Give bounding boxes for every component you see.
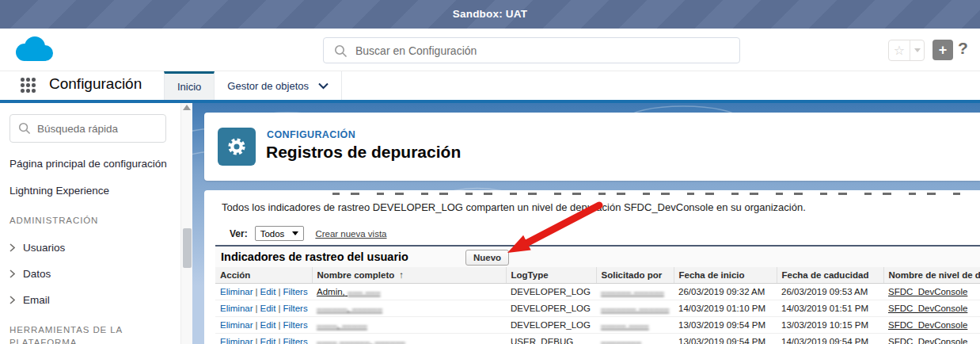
logtype-cell: DEVELOPER_LOG <box>506 317 596 334</box>
app-title: Configuración <box>49 75 142 93</box>
column-header-fecha-caducidad[interactable]: Fecha de caducidad <box>777 267 883 284</box>
scrollbar-thumb[interactable] <box>183 228 192 268</box>
start-date-cell: 14/03/2019 01:10 PM <box>674 300 777 317</box>
edit-link[interactable]: Edit <box>260 337 276 344</box>
search-icon <box>18 122 31 138</box>
page-description: Todos los indicadores de rastreo DEVELOP… <box>222 201 963 213</box>
edit-link[interactable]: Edit <box>260 287 276 296</box>
main-content: CONFIGURACIÓN Registros de depuración To… <box>192 103 980 344</box>
select-caret-icon <box>292 231 298 235</box>
table-row: Eliminar|Edit|Filters –––– ––––––, –––––… <box>215 334 980 344</box>
vertical-scrollbar[interactable] <box>180 103 192 344</box>
user-name-link[interactable]: –––– ––––––, –––––– <box>317 337 405 344</box>
tab-inicio[interactable]: Inicio <box>164 71 215 100</box>
column-header-solicitado-por[interactable]: Solicitado por <box>596 267 674 284</box>
action-separator: | <box>278 337 280 344</box>
action-separator: | <box>256 320 258 330</box>
list-title: Indicadores de rastreo del usuario <box>215 250 408 263</box>
redacted-name: ––––––, –––––– <box>317 304 382 313</box>
favorite-star-icon[interactable]: ☆ <box>889 40 910 60</box>
sidebar-section-herramientas: HERRAMIENTAS DE LA PLATAFORMA <box>9 323 156 344</box>
sidebar-item-lightning-experience[interactable]: Lightning Experience <box>9 185 171 197</box>
eliminar-link[interactable]: Eliminar <box>220 337 253 344</box>
start-date-cell: 13/03/2019 09:54 PM <box>674 334 777 344</box>
debug-level-link[interactable]: SFDC_DevConsole <box>888 304 967 313</box>
sidebar-item-datos[interactable]: Datos <box>9 268 171 280</box>
column-label: Nombre completo <box>317 270 395 280</box>
trace-flag-table: Acción Nombre completo↑ LogType Solicita… <box>215 267 980 344</box>
create-new-view-link[interactable]: Crear nueva vista <box>315 229 386 239</box>
name-visible: Admin, <box>317 287 345 296</box>
column-header-fecha-inicio[interactable]: Fecha de inicio <box>674 267 777 284</box>
filters-link[interactable]: Filters <box>283 337 307 344</box>
list-header-bar: Indicadores de rastreo del usuario Nuevo <box>215 245 980 267</box>
debug-level-link[interactable]: SFDC_DevConsole <box>888 337 967 344</box>
redacted-name: –––– ––––––, –––––– <box>317 337 405 344</box>
requested-by-link[interactable]: ––––––– –––––– <box>601 304 669 313</box>
start-date-cell: 13/03/2019 09:54 PM <box>674 317 777 334</box>
global-search-input[interactable] <box>324 38 739 63</box>
logtype-cell: USER_DEBUG <box>506 334 596 344</box>
view-select[interactable]: Todos <box>255 226 305 241</box>
filters-link[interactable]: Filters <box>283 320 307 330</box>
setup-sidebar: Página principal de configuración Lightn… <box>0 103 180 344</box>
eliminar-link[interactable]: Eliminar <box>220 320 253 330</box>
table-row: Eliminar|Edit|Filters ––––, ––––– DEVELO… <box>215 317 980 334</box>
column-header-logtype[interactable]: LogType <box>506 267 596 284</box>
help-icon[interactable]: ? <box>958 39 968 58</box>
column-header-nivel-depuracion[interactable]: Nombre de nivel de de <box>883 267 980 284</box>
filters-link[interactable]: Filters <box>283 287 307 296</box>
requested-by-link[interactable]: ––––– –––– <box>601 320 649 330</box>
expiry-date-cell: 13/03/2019 10:15 PM <box>777 317 883 334</box>
sandbox-banner: Sandbox: UAT <box>0 0 980 29</box>
view-select-value: Todos <box>260 229 285 239</box>
sidebar-item-usuarios[interactable]: Usuarios <box>9 242 171 254</box>
action-separator: | <box>256 337 258 344</box>
scroll-up-icon[interactable] <box>183 105 191 110</box>
quick-find-input[interactable] <box>10 115 165 142</box>
debug-level-link[interactable]: SFDC_DevConsole <box>888 320 967 330</box>
eliminar-link[interactable]: Eliminar <box>220 304 253 313</box>
table-row: Eliminar|Edit|Filters Admin, ––– ––– DEV… <box>215 284 980 300</box>
requested-by-link[interactable]: –––––––– <box>601 337 641 344</box>
breadcrumb: CONFIGURACIÓN <box>267 129 355 140</box>
table-row: Eliminar|Edit|Filters ––––––, –––––– DEV… <box>215 300 980 317</box>
requested-by-link[interactable]: –––––– –––––– <box>601 287 664 296</box>
setup-gear-icon <box>218 128 256 166</box>
user-name-link[interactable]: Admin, ––– ––– <box>317 287 381 296</box>
favorites-dropdown-icon[interactable] <box>910 40 924 60</box>
redacted-name: ––– ––– <box>348 287 381 296</box>
salesforce-logo-icon <box>13 35 55 68</box>
eliminar-link[interactable]: Eliminar <box>220 287 253 296</box>
table-header-row: Acción Nombre completo↑ LogType Solicita… <box>215 267 980 284</box>
sidebar-item-setup-home[interactable]: Página principal de configuración <box>9 158 171 170</box>
app-launcher-icon[interactable] <box>21 78 36 93</box>
logtype-cell: DEVELOPER_LOG <box>506 300 596 317</box>
content-panel: Todos los indicadores de rastreo DEVELOP… <box>204 190 980 344</box>
logtype-cell: DEVELOPER_LOG <box>506 284 596 300</box>
expiry-date-cell: 14/03/2019 01:51 PM <box>777 300 883 317</box>
global-search <box>323 37 740 63</box>
user-name-link[interactable]: ––––, ––––– <box>317 320 367 330</box>
clipped-text-line <box>332 193 968 195</box>
tab-label: Inicio <box>177 81 201 93</box>
tab-label: Gestor de objetos <box>227 80 309 92</box>
column-header-nombre-completo[interactable]: Nombre completo↑ <box>312 267 506 284</box>
nav-tabs: Inicio Gestor de objetos <box>164 71 342 100</box>
edit-link[interactable]: Edit <box>260 304 276 313</box>
new-button[interactable]: Nuevo <box>465 250 509 266</box>
action-separator: | <box>278 304 280 313</box>
sort-asc-icon: ↑ <box>399 270 404 280</box>
debug-level-link[interactable]: SFDC_DevConsole <box>888 287 967 296</box>
action-separator: | <box>256 304 258 313</box>
filters-link[interactable]: Filters <box>283 304 307 313</box>
edit-link[interactable]: Edit <box>260 320 276 330</box>
quick-create-button[interactable]: + <box>933 40 953 60</box>
view-selector-row: Ver: Todos Crear nueva vista <box>230 226 980 241</box>
sidebar-item-email[interactable]: Email <box>9 294 171 306</box>
action-separator: | <box>278 320 280 330</box>
user-name-link[interactable]: ––––––, –––––– <box>317 304 382 313</box>
sidebar-item-label: Email <box>23 294 50 306</box>
tab-gestor-de-objetos[interactable]: Gestor de objetos <box>215 71 342 100</box>
view-label: Ver: <box>230 228 248 239</box>
